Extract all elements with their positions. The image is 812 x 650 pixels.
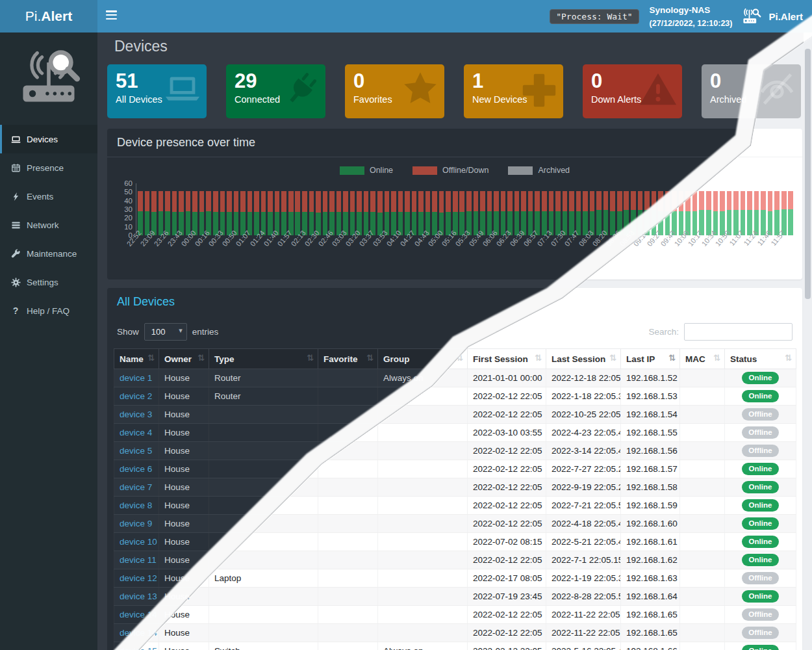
sort-icon: ⇅ [307,353,314,363]
cell: House [159,533,209,551]
vertical-scrollbar[interactable] [804,32,812,650]
cell-name: device 8 [114,497,159,515]
brand-thin: Pi. [25,8,42,24]
sidebar-item-settings[interactable]: Settings [0,268,97,296]
device-link[interactable]: device 5 [120,446,152,456]
device-link[interactable]: device 6 [120,464,152,474]
app-logo[interactable]: Pi.Alert [0,0,97,32]
cell [209,460,318,478]
cell [209,442,318,460]
archived-swatch [508,166,533,175]
legend-item-archived: Archived [508,165,570,176]
column-header-group[interactable]: Group⇅ [378,349,468,369]
cell: 2022-02-12 22:05 [468,478,546,497]
device-link[interactable]: device 14 [120,610,157,619]
hamburger-menu-icon[interactable] [106,10,119,22]
device-link[interactable]: device 12 [120,573,157,583]
cell [680,569,725,588]
cell [378,442,468,460]
cell [378,497,468,515]
cell [209,606,318,624]
cell: 2022-7-1 22:05.15 [546,551,621,569]
sidebar-item-presence[interactable]: Presence [0,153,97,182]
column-header-status[interactable]: Status⇅ [725,349,796,369]
device-link[interactable]: device 8 [120,500,152,510]
cell: 192.168.1.54 [621,406,680,424]
device-link[interactable]: device 3 [120,410,152,419]
device-link[interactable]: device 4 [120,428,152,437]
cell: 2022-07-19 23:45 [468,588,546,606]
cell: 2022-12-18 22:05.47 [546,369,621,387]
cell [680,642,725,650]
all-devices-box[interactable]: 51 All Devices [107,64,207,118]
scrollbar-thumb[interactable] [805,49,811,299]
favorites-box[interactable]: 0 Favorites [345,64,444,118]
sidebar-item-events[interactable]: Events [0,182,97,211]
device-link[interactable]: device 11 [120,555,157,565]
cell [209,424,318,442]
cell-name: device 2 [114,387,159,406]
column-header-name[interactable]: Name⇅ [114,349,159,369]
entries-select[interactable]: 100 [144,323,187,341]
eye-slash-icon [757,69,797,109]
cell: 2022-10-25 22:05.23 [546,406,621,424]
device-link[interactable]: device 1 [120,373,152,383]
cell: House [159,406,209,424]
cell [378,424,468,442]
cell: 192.168.1.59 [621,497,680,515]
sidebar-item-maintenance[interactable]: Maintenance [0,239,97,268]
column-header-mac[interactable]: MAC⇅ [680,349,725,369]
device-link[interactable]: device 15 [120,646,157,650]
search-input[interactable] [684,323,793,341]
column-header-favorite[interactable]: Favorite⇅ [318,349,378,369]
cell [378,606,468,624]
cell: House [159,551,209,569]
cell-name: device 15 [114,642,159,650]
cell: House [159,460,209,478]
cell-name: device 3 [114,406,159,424]
sidebar-menu: Devices Presence Events Network [0,125,97,325]
cell: 2022-02-12 22:05 [468,624,546,642]
table-row: device 6House2022-02-12 22:052022-7-27 2… [114,460,796,478]
device-link[interactable]: device 13 [120,592,157,601]
cell [378,460,468,478]
cell: 192.168.1.65 [621,606,680,624]
cell: 192.168.1.52 [621,369,680,387]
cell: 2022-4-18 22:05.48 [546,515,621,533]
column-header-last-session[interactable]: Last Session⇅ [546,349,621,369]
connected-box[interactable]: 29 Connected [226,64,325,118]
column-header-last-ip[interactable]: Last IP⇅ [621,349,680,369]
table-row: device 3House2022-02-12 22:052022-10-25 … [114,406,796,424]
sort-icon: ⇅ [535,353,542,363]
cell: House [159,387,209,406]
sidebar-item-devices[interactable]: Devices [0,125,97,153]
device-link[interactable]: device 7 [120,482,152,492]
table-row: device 14House2022-02-12 22:052022-11-22… [114,606,796,624]
device-link[interactable]: device 10 [120,537,157,547]
network-icon [10,220,21,230]
cell [209,624,318,642]
down-alerts-box[interactable]: 0 Down Alerts [583,64,682,118]
new-devices-box[interactable]: 1 New Devices [464,64,563,118]
cell-status: Offline [725,406,796,424]
offline-swatch [412,166,437,175]
devices-table: Name⇅Owner⇅Type⇅Favorite⇅Group⇅First Ses… [114,348,796,650]
cell [318,588,378,606]
archived-box[interactable]: 0 Archived [702,64,801,118]
cell [680,515,725,533]
sidebar-item-help[interactable]: ? Help / FAQ [0,296,97,325]
cell: 192.168.1.57 [621,460,680,478]
chart-panel-title: Device presence over time [117,136,255,149]
sidebar-item-network[interactable]: Network [0,211,97,239]
cell: 2022-5-21 22:05.47 [546,533,621,551]
column-header-owner[interactable]: Owner⇅ [159,349,209,369]
cell-status: Offline [725,569,796,588]
cell [318,369,378,387]
cell [209,406,318,424]
cell: House [159,606,209,624]
device-link[interactable]: device 14 [120,628,157,638]
column-header-first-session[interactable]: First Session⇅ [468,349,546,369]
column-header-type[interactable]: Type⇅ [209,349,318,369]
device-link[interactable]: device 9 [120,519,152,528]
device-link[interactable]: device 2 [120,391,152,401]
